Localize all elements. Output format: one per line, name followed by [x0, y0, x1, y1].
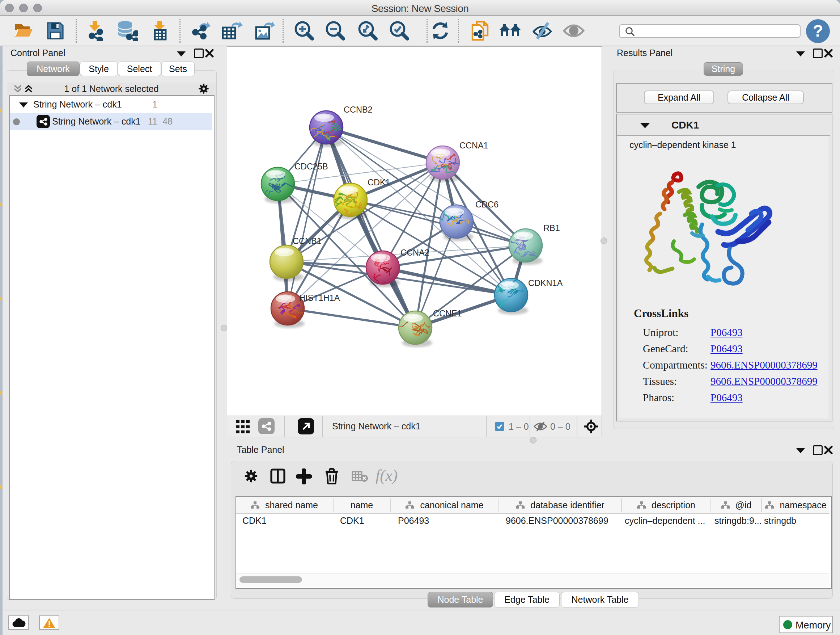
svg-text:CCNE1: CCNE1 [433, 309, 462, 318]
svg-text:CCNA1: CCNA1 [459, 141, 488, 150]
svg-text:CDC6: CDC6 [475, 200, 499, 209]
svg-text:CDC25B: CDC25B [294, 162, 328, 171]
svg-text:CCNA2: CCNA2 [401, 248, 429, 257]
svg-text:CCNB1: CCNB1 [293, 236, 322, 246]
svg-text:CDK1: CDK1 [368, 178, 390, 187]
svg-text:CDKN1A: CDKN1A [528, 279, 563, 288]
svg-text:CCNB2: CCNB2 [344, 105, 373, 114]
svg-text:RB1: RB1 [543, 223, 560, 233]
svg-text:HIST1H1A: HIST1H1A [299, 293, 340, 302]
